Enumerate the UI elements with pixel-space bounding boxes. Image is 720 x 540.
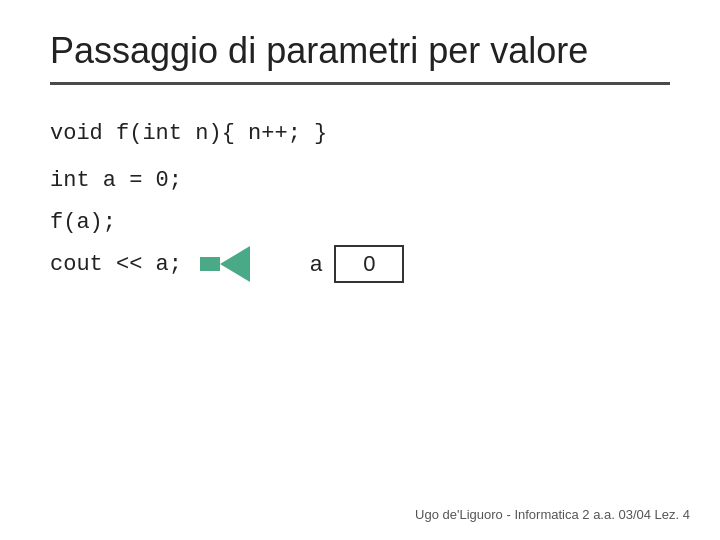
code-line-1: void f(int n){ n++; } xyxy=(50,115,670,152)
slide-title: Passaggio di parametri per valore xyxy=(50,30,670,72)
code-line-2: int a = 0; xyxy=(50,162,670,199)
code-line-4: cout << a; xyxy=(50,252,182,277)
cout-line-row: cout << a; a 0 xyxy=(50,245,670,283)
divider xyxy=(50,82,670,85)
value-box: 0 xyxy=(334,245,404,283)
footer-text: Ugo de'Liguoro - Informatica 2 a.a. 03/0… xyxy=(415,507,690,522)
slide: Passaggio di parametri per valore void f… xyxy=(0,0,720,540)
code-line-3: f(a); xyxy=(50,204,670,241)
code-block: void f(int n){ n++; } int a = 0; f(a); xyxy=(50,115,670,241)
arrow-left-icon xyxy=(220,246,250,282)
arrow-container xyxy=(200,246,250,282)
arrow-shaft xyxy=(200,257,220,271)
variable-a-label: a xyxy=(310,251,322,277)
